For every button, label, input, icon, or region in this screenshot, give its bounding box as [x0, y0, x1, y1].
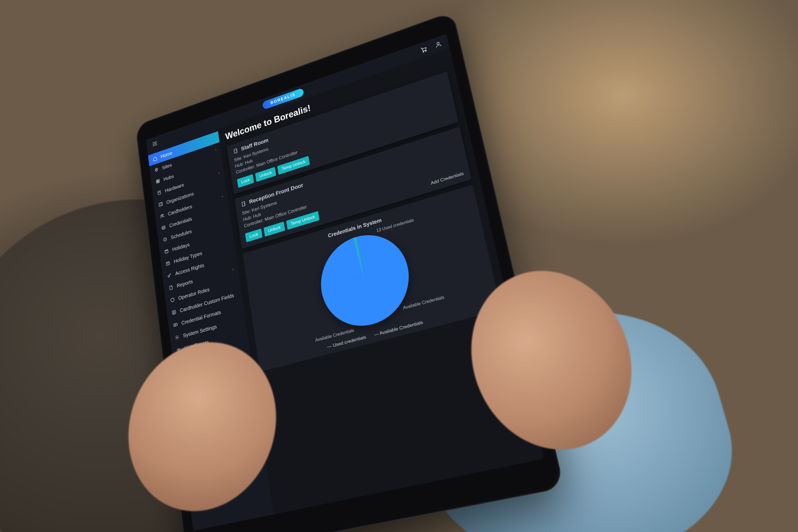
sidebar-item-label: Holidays [172, 242, 190, 252]
svg-rect-15 [165, 250, 168, 253]
users-icon [159, 212, 165, 220]
callout-available: Available Credentials [403, 294, 445, 310]
chevron-right-icon: › [232, 267, 234, 272]
svg-rect-8 [158, 191, 161, 195]
sidebar-item-label: Home [160, 150, 173, 159]
door-icon [240, 200, 247, 208]
svg-point-23 [236, 150, 236, 151]
lock-button[interactable]: Lock [245, 228, 262, 242]
unlock-button[interactable]: Unlock [255, 167, 276, 182]
svg-rect-9 [159, 202, 163, 206]
menu-icon[interactable] [151, 139, 158, 148]
svg-rect-12 [162, 226, 165, 229]
unlock-button[interactable]: Unlock [264, 222, 285, 236]
hardware-icon [156, 189, 162, 196]
chevron-right-icon: › [218, 171, 220, 175]
svg-point-3 [156, 169, 157, 170]
clock-icon [162, 236, 168, 243]
gear-icon [174, 334, 180, 341]
key-icon [167, 272, 173, 279]
chevron-right-icon: › [215, 147, 216, 152]
fields-icon [171, 309, 177, 316]
badge-icon [161, 224, 167, 231]
svg-rect-7 [158, 181, 159, 183]
sidebar-item-label: Sites [162, 162, 172, 171]
format-icon [172, 321, 178, 329]
pie-graphic [315, 224, 417, 336]
cart-icon[interactable] [419, 44, 429, 54]
add-credentials-link[interactable]: Add Credentials [430, 171, 464, 186]
svg-point-2 [437, 42, 439, 44]
sidebar-item-label: Reports [176, 279, 193, 289]
svg-point-20 [176, 337, 178, 338]
calendar-type-icon [165, 260, 171, 267]
svg-point-10 [161, 214, 162, 216]
svg-point-13 [163, 227, 164, 228]
calendar-icon [164, 248, 170, 255]
svg-rect-5 [158, 179, 159, 181]
svg-rect-16 [166, 262, 170, 265]
door-icon [232, 147, 239, 155]
callout-used: 13 Used credentials [376, 217, 414, 233]
svg-rect-22 [234, 149, 237, 153]
org-icon [158, 201, 164, 208]
svg-point-1 [425, 51, 426, 52]
chevron-right-icon: › [222, 194, 224, 199]
svg-rect-19 [174, 323, 177, 327]
svg-point-11 [163, 214, 164, 215]
report-icon [168, 284, 174, 291]
sidebar-item-label: Hubs [163, 173, 174, 182]
svg-rect-4 [156, 180, 158, 182]
site-pin-icon [153, 166, 159, 173]
shield-icon [169, 296, 175, 304]
svg-rect-24 [242, 202, 245, 206]
svg-point-25 [244, 203, 245, 204]
svg-rect-6 [156, 182, 158, 183]
lock-button[interactable]: Lock [237, 174, 254, 188]
user-icon[interactable] [434, 39, 443, 49]
svg-point-0 [423, 51, 424, 52]
home-icon [152, 155, 158, 163]
hub-icon [155, 177, 161, 185]
